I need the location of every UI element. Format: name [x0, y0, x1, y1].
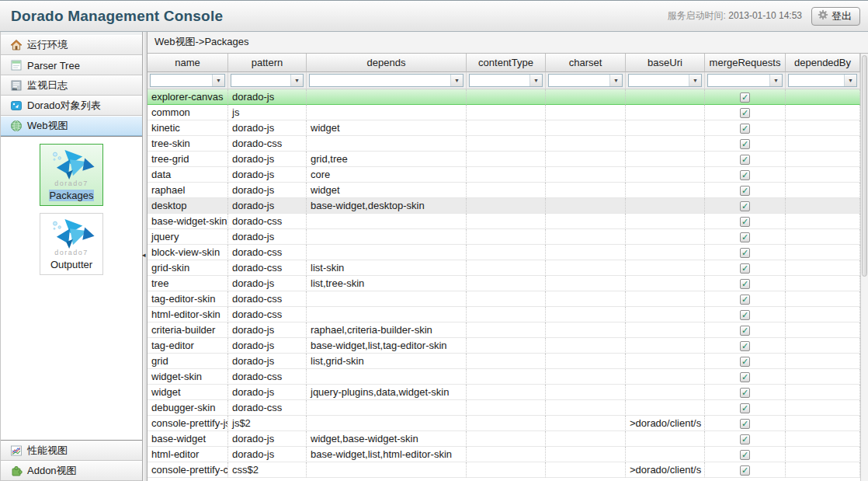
checkbox-checked-icon[interactable]: ✓ [740, 295, 750, 305]
collapse-arrow-icon[interactable]: ◂ [142, 251, 146, 259]
checkbox-checked-icon[interactable]: ✓ [740, 279, 750, 289]
checkbox-checked-icon[interactable]: ✓ [740, 155, 750, 165]
checkbox-checked-icon[interactable]: ✓ [740, 108, 750, 118]
cell-charset [546, 400, 626, 416]
logout-button[interactable]: 登出 [811, 7, 860, 26]
checkbox-checked-icon[interactable]: ✓ [740, 170, 750, 180]
dropdown-arrow-icon[interactable]: ▼ [609, 75, 622, 86]
filter-baseuri-input[interactable] [629, 75, 689, 86]
table-row[interactable]: jquerydorado-js✓ [148, 229, 860, 245]
table-row[interactable]: desktopdorado-jsbase-widget,desktop-skin… [148, 198, 860, 214]
filter-pattern-input[interactable] [231, 75, 290, 86]
column-header-baseuri[interactable]: baseUri [626, 54, 705, 72]
table-row[interactable]: html-editor-skindorado-css✓ [148, 307, 860, 322]
dropdown-arrow-icon[interactable]: ▼ [290, 75, 303, 86]
sidebar-item-addon-view[interactable]: Addon视图 [1, 461, 142, 481]
table-row[interactable]: raphaeldorado-jswidget✓ [148, 183, 860, 198]
checkbox-checked-icon[interactable]: ✓ [740, 217, 750, 227]
column-header-pattern[interactable]: pattern [228, 54, 307, 72]
filter-depends[interactable]: ▼ [309, 74, 464, 87]
table-row[interactable]: console-prettify-csscss$2>dorado/client/… [148, 462, 860, 478]
filter-dependedby-input[interactable] [789, 75, 844, 86]
filter-contenttype-input[interactable] [470, 75, 529, 86]
checkbox-checked-icon[interactable]: ✓ [740, 124, 750, 134]
table-row[interactable]: tag-editordorado-jsbase-widget,list,tag-… [148, 338, 860, 354]
sidebar-item-monitor-log[interactable]: LOG 监视日志 [1, 75, 142, 96]
table-row[interactable]: kineticdorado-jswidget✓ [148, 120, 860, 136]
filter-name[interactable]: ▼ [150, 74, 225, 87]
checkbox-checked-icon[interactable]: ✓ [740, 201, 750, 211]
table-row[interactable]: datadorado-jscore✓ [148, 167, 860, 183]
checkbox-checked-icon[interactable]: ✓ [740, 372, 750, 382]
table-row[interactable]: commonjs✓ [148, 105, 860, 120]
checkbox-checked-icon[interactable]: ✓ [740, 248, 750, 258]
table-row[interactable]: criteria-builderdorado-jsraphael,criteri… [148, 322, 860, 338]
column-header-charset[interactable]: charset [546, 54, 626, 72]
cell-charset [546, 416, 626, 431]
tile-outputter[interactable]: dorado7 Outputter [40, 213, 103, 275]
filter-name-input[interactable] [151, 75, 212, 86]
table-row[interactable]: grid-skindorado-csslist-skin✓ [148, 260, 860, 276]
column-header-depends[interactable]: depends [307, 54, 467, 72]
dropdown-arrow-icon[interactable]: ▼ [212, 75, 224, 86]
checkbox-checked-icon[interactable]: ✓ [740, 388, 750, 398]
filter-pattern[interactable]: ▼ [231, 74, 304, 87]
checkbox-checked-icon[interactable]: ✓ [740, 232, 750, 242]
column-header-dependedby[interactable]: dependedBy [786, 54, 860, 72]
table-row[interactable]: explorer-canvasdorado-js✓ [148, 89, 860, 105]
filter-baseuri[interactable]: ▼ [628, 74, 702, 87]
checkbox-checked-icon[interactable]: ✓ [740, 92, 750, 103]
filter-mergerequests[interactable]: ▼ [707, 74, 783, 87]
dropdown-arrow-icon[interactable]: ▼ [844, 75, 856, 86]
column-header-name[interactable]: name [148, 54, 228, 72]
column-header-contenttype[interactable]: contentType [467, 54, 546, 72]
sidebar-splitter[interactable]: ◂ [142, 32, 148, 481]
dropdown-arrow-icon[interactable]: ▼ [450, 75, 463, 86]
cell-charset [546, 307, 626, 322]
checkbox-checked-icon[interactable]: ✓ [740, 465, 750, 476]
table-row[interactable]: console-prettify-jsjs$2>dorado/client/s✓ [148, 416, 860, 431]
table-row[interactable]: base-widgetdorado-jswidget,base-widget-s… [148, 431, 860, 447]
sidebar-item-web-view[interactable]: Web视图 [1, 116, 142, 136]
dropdown-arrow-icon[interactable]: ▼ [529, 75, 542, 86]
checkbox-checked-icon[interactable]: ✓ [740, 263, 750, 274]
filter-dependedby[interactable]: ▼ [788, 74, 857, 87]
tile-packages[interactable]: dorado7 Packages [40, 144, 103, 206]
table-row[interactable]: widgetdorado-jsjquery-plugins,data,widge… [148, 385, 860, 400]
table-row[interactable]: base-widget-skindorado-css✓ [148, 214, 860, 229]
table-row[interactable]: griddorado-jslist,grid-skin✓ [148, 354, 860, 369]
checkbox-checked-icon[interactable]: ✓ [740, 403, 750, 413]
scrollbar-thumb[interactable] [862, 55, 867, 277]
filter-charset-input[interactable] [549, 75, 609, 86]
checkbox-checked-icon[interactable]: ✓ [740, 326, 750, 336]
table-row[interactable]: debugger-skindorado-css✓ [148, 400, 860, 416]
sidebar-item-performance-view[interactable]: 性能视图 [1, 441, 142, 461]
checkbox-checked-icon[interactable]: ✓ [740, 434, 750, 444]
dropdown-arrow-icon[interactable]: ▼ [769, 75, 782, 86]
sidebar-item-runtime-env[interactable]: 运行环境 [1, 35, 142, 55]
table-row[interactable]: treedorado-jslist,tree-skin✓ [148, 276, 860, 291]
checkbox-checked-icon[interactable]: ✓ [740, 139, 750, 149]
table-row[interactable]: tag-editor-skindorado-css✓ [148, 291, 860, 307]
table-row[interactable]: html-editordorado-jsbase-widget,list,htm… [148, 447, 860, 462]
checkbox-checked-icon[interactable]: ✓ [740, 186, 750, 196]
table-row[interactable]: tree-griddorado-jsgrid,tree✓ [148, 152, 860, 167]
checkbox-checked-icon[interactable]: ✓ [740, 310, 750, 320]
filter-contenttype[interactable]: ▼ [469, 74, 543, 87]
cell-baseuri: >dorado/client/s [626, 416, 705, 431]
sidebar-item-dorado-objects[interactable]: Dorado对象列表 [1, 96, 142, 116]
table-row[interactable]: block-view-skindorado-css✓ [148, 245, 860, 260]
column-header-mergerequests[interactable]: mergeRequests [705, 54, 786, 72]
checkbox-checked-icon[interactable]: ✓ [740, 357, 750, 367]
vertical-scrollbar[interactable] [860, 54, 868, 481]
dropdown-arrow-icon[interactable]: ▼ [689, 75, 701, 86]
table-row[interactable]: tree-skindorado-css✓ [148, 136, 860, 152]
filter-mergerequests-input[interactable] [708, 75, 769, 86]
table-row[interactable]: widget-skindorado-css✓ [148, 369, 860, 385]
checkbox-checked-icon[interactable]: ✓ [740, 341, 750, 351]
sidebar-item-parser-tree[interactable]: Parser Tree [1, 55, 142, 75]
filter-depends-input[interactable] [310, 75, 450, 86]
filter-charset[interactable]: ▼ [548, 74, 623, 87]
checkbox-checked-icon[interactable]: ✓ [740, 419, 750, 429]
checkbox-checked-icon[interactable]: ✓ [740, 450, 750, 460]
